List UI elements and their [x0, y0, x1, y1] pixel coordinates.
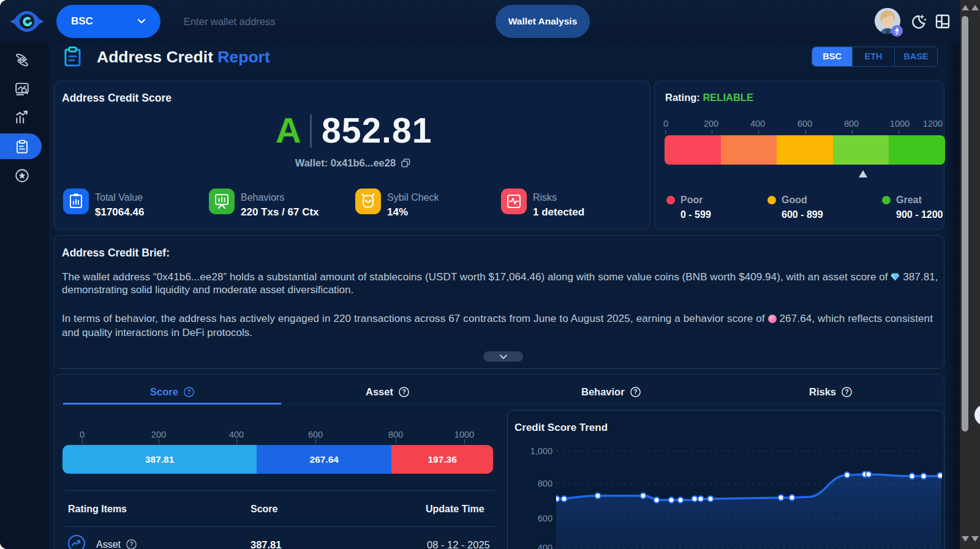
svg-text:?: ?	[633, 389, 637, 395]
svg-text:?: ?	[845, 389, 849, 395]
svg-text:?: ?	[187, 389, 190, 395]
svg-text:?: ?	[402, 389, 406, 395]
svg-text:?: ?	[129, 541, 133, 548]
